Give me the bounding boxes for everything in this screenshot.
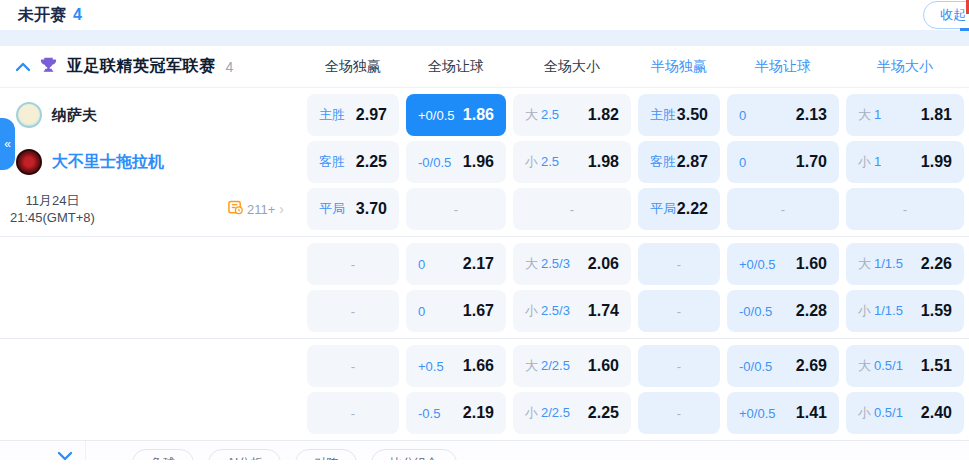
quick-link-button-3[interactable]: 比分组合 — [371, 449, 457, 460]
odds-label: 大1 — [858, 106, 881, 124]
quick-link-button-2[interactable]: 对阵 — [295, 449, 357, 460]
home-team-logo-icon — [16, 102, 42, 128]
more-markets-link[interactable]: 211+› — [228, 200, 284, 219]
home-team-name: 纳萨夫 — [52, 106, 97, 125]
odds-label: 小0.5/1 — [858, 404, 903, 422]
odds-value: 1.51 — [921, 357, 952, 375]
odds-row: 11月24日21:45(GMT+8)211+›平局3.70--平局2.22-- — [0, 188, 969, 230]
odds-label: 0 — [739, 155, 746, 170]
dash: - — [677, 257, 681, 272]
odds-cell-empty: - — [307, 392, 399, 434]
odds-cell[interactable]: 小1/1.51.59 — [846, 290, 964, 332]
match-datetime: 11月24日21:45(GMT+8) — [10, 192, 95, 226]
odds-value: 1.67 — [463, 302, 494, 320]
trophy-icon — [40, 56, 57, 77]
league-count: 4 — [226, 59, 234, 75]
odds-cell[interactable]: 大11.81 — [846, 94, 964, 136]
dash: - — [351, 304, 355, 319]
odds-cell[interactable]: 大2.5/32.06 — [513, 243, 631, 285]
odds-value: 1.82 — [588, 106, 619, 124]
markets-count: 211+ — [247, 202, 275, 217]
column-header-5[interactable]: 半场大小 — [846, 58, 964, 76]
odds-cell-empty: - — [307, 243, 399, 285]
away-team-row[interactable]: 大不里士拖拉机 — [0, 149, 300, 175]
odds-cell[interactable]: 02.13 — [727, 94, 839, 136]
odds-cell-empty: - — [846, 188, 964, 230]
odds-value: 2.17 — [463, 255, 494, 273]
odds-cell[interactable]: 01.67 — [406, 290, 506, 332]
quick-link-button-1[interactable]: AI分析 — [208, 449, 281, 460]
odds-cell[interactable]: 平局2.22 — [638, 188, 720, 230]
odds-cell-empty: - — [513, 188, 631, 230]
dash: - — [781, 202, 785, 217]
odds-cell[interactable]: +0/0.51.41 — [727, 392, 839, 434]
odds-label: 大2.5 — [525, 106, 559, 124]
odds-label: 主胜 — [650, 106, 676, 124]
odds-cell[interactable]: 小2.5/31.74 — [513, 290, 631, 332]
odds-cell[interactable]: +0.51.66 — [406, 345, 506, 387]
column-header-4[interactable]: 半场让球 — [727, 58, 839, 76]
odds-cell[interactable]: 02.17 — [406, 243, 506, 285]
odds-label: 主胜 — [319, 106, 345, 124]
odds-label: 小2/2.5 — [525, 404, 570, 422]
left-slot: 纳萨夫 — [0, 102, 300, 128]
column-header-2: 全场大小 — [513, 58, 631, 76]
odds-cell[interactable]: -0/0.51.96 — [406, 141, 506, 183]
odds-cell[interactable]: 大2.51.82 — [513, 94, 631, 136]
odds-cell[interactable]: 小2/2.52.25 — [513, 392, 631, 434]
odds-label: 平局 — [650, 200, 676, 218]
odds-cell[interactable]: -0/0.52.69 — [727, 345, 839, 387]
odds-cell[interactable]: -0/0.52.28 — [727, 290, 839, 332]
odds-cell[interactable]: 01.70 — [727, 141, 839, 183]
sidebar-collapse-tab[interactable]: « — [0, 118, 15, 170]
odds-group-2: -+0.51.66大2/2.51.60--0/0.52.69大0.5/11.51… — [0, 338, 969, 440]
odds-cell[interactable]: 主胜3.50 — [638, 94, 720, 136]
odds-cell[interactable]: 客胜2.25 — [307, 141, 399, 183]
odds-cell[interactable]: +0/0.51.86 — [406, 94, 506, 136]
odds-label: 客胜 — [650, 153, 676, 171]
home-team-row[interactable]: 纳萨夫 — [0, 102, 300, 128]
league-header-row: 亚足联精英冠军联赛 4 全场独赢全场让球全场大小半场独赢半场让球半场大小 — [0, 46, 969, 88]
odds-cell[interactable]: 平局3.70 — [307, 188, 399, 230]
chevron-up-icon[interactable] — [16, 62, 30, 72]
odds-label: 小2.5 — [525, 153, 559, 171]
odds-row: -+0.51.66大2/2.51.60--0/0.52.69大0.5/11.51 — [0, 345, 969, 387]
dash: - — [677, 359, 681, 374]
odds-cell[interactable]: -0.52.19 — [406, 392, 506, 434]
odds-value: 1.96 — [463, 153, 494, 171]
scrollbar-fragment — [960, 28, 969, 31]
odds-cell[interactable]: 小0.5/12.40 — [846, 392, 964, 434]
bottom-bar-divider — [85, 441, 86, 460]
odds-cell[interactable]: 客胜2.87 — [638, 141, 720, 183]
dash: - — [351, 257, 355, 272]
chevron-down-icon[interactable] — [58, 447, 72, 460]
quick-link-button-0[interactable]: 角球 — [132, 449, 194, 460]
odds-label: -0/0.5 — [739, 304, 772, 319]
column-header-3[interactable]: 半场独赢 — [638, 58, 720, 76]
odds-cell[interactable]: 主胜2.97 — [307, 94, 399, 136]
odds-group-0: 纳萨夫主胜2.97+0/0.51.86大2.51.82主胜3.5002.13大1… — [0, 88, 969, 236]
odds-cell-empty: - — [307, 290, 399, 332]
odds-value: 1.81 — [921, 106, 952, 124]
odds-cell[interactable]: +0/0.51.60 — [727, 243, 839, 285]
away-team-logo-icon — [16, 149, 42, 175]
odds-label: +0/0.5 — [418, 108, 455, 123]
odds-value: 1.66 — [463, 357, 494, 375]
odds-cell[interactable]: 大0.5/11.51 — [846, 345, 964, 387]
odds-cell[interactable]: 大2/2.51.60 — [513, 345, 631, 387]
odds-cell-empty: - — [307, 345, 399, 387]
odds-cell[interactable]: 大1/1.52.26 — [846, 243, 964, 285]
odds-value: 1.60 — [796, 255, 827, 273]
dash: - — [570, 202, 574, 217]
odds-cell[interactable]: 小2.51.98 — [513, 141, 631, 183]
collapse-button[interactable]: 收起 — [923, 1, 969, 29]
odds-value: 1.98 — [588, 153, 619, 171]
odds-value: 1.59 — [921, 302, 952, 320]
odds-label: 小1/1.5 — [858, 302, 903, 320]
dash: - — [903, 202, 907, 217]
quick-links: 角球AI分析对阵比分组合 — [132, 449, 457, 460]
odds-value: 1.86 — [463, 106, 494, 124]
odds-table: 纳萨夫主胜2.97+0/0.51.86大2.51.82主胜3.5002.13大1… — [0, 88, 969, 440]
odds-cell[interactable]: 小11.99 — [846, 141, 964, 183]
odds-cell-empty: - — [638, 243, 720, 285]
